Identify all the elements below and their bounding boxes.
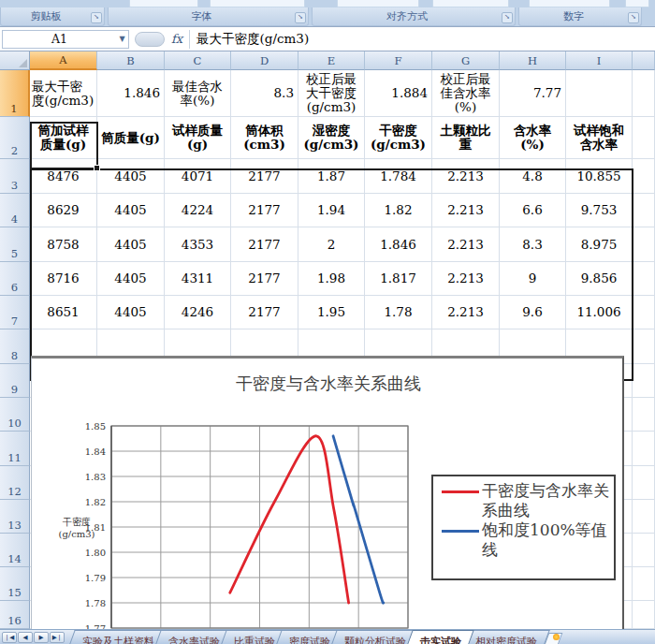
cell-J14[interactable] (633, 534, 655, 567)
cell-D4[interactable]: 2177 (231, 194, 298, 227)
cell-B6[interactable]: 4405 (97, 262, 165, 296)
column-header-I[interactable]: I (566, 51, 633, 70)
sheet-tab-实验及土样资料[interactable]: 实验及土样资料 (72, 630, 165, 644)
cell-J9[interactable] (633, 364, 655, 398)
row-header-9[interactable]: 9 (0, 364, 30, 398)
column-header-F[interactable]: F (365, 51, 432, 70)
cell-C7[interactable]: 4246 (165, 296, 231, 329)
select-all-corner[interactable] (0, 51, 30, 70)
column-header-A[interactable]: A (30, 51, 97, 70)
column-header-E[interactable]: E (298, 51, 365, 70)
cell-B1[interactable]: 1.846 (97, 70, 165, 117)
tab-scroll-next-button[interactable]: ▶ (34, 632, 49, 643)
chart-object[interactable]: 1.851.841.831.821.811.801.791.781.77干密度与… (31, 356, 624, 644)
cell-A6[interactable]: 8716 (30, 262, 97, 296)
column-header-partial[interactable] (633, 51, 655, 70)
cell-H2[interactable]: 含水率(%) (500, 117, 566, 159)
column-header-D[interactable]: D (231, 51, 298, 70)
cell-H1[interactable]: 7.77 (500, 70, 566, 117)
row-header-10[interactable]: 10 (0, 398, 30, 432)
row-header-12[interactable]: 12 (0, 466, 30, 500)
cell-H3[interactable]: 4.8 (500, 159, 566, 194)
sheet-tab-相对密度试验[interactable]: 相对密度试验 (465, 630, 547, 644)
row-header-16[interactable]: 16 (0, 601, 30, 629)
cell-B7[interactable]: 4405 (97, 296, 165, 329)
cell-D7[interactable]: 2177 (231, 296, 298, 329)
cell-I4[interactable]: 9.753 (566, 194, 633, 227)
cell-I5[interactable]: 8.975 (566, 227, 633, 262)
cell-E1[interactable]: 校正后最大干密度(g/cm3) (298, 70, 365, 117)
cell-F1[interactable]: 1.884 (365, 70, 432, 117)
cell-E7[interactable]: 1.95 (298, 296, 365, 329)
cell-J5[interactable] (633, 227, 655, 262)
cell-J3[interactable] (633, 159, 655, 194)
cell-A1[interactable]: 最大干密度(g/cm3) (30, 70, 97, 117)
cell-E6[interactable]: 1.98 (298, 262, 365, 296)
chart-legend[interactable]: 干密度与含水率关系曲线饱和度100%等值线 (431, 475, 616, 580)
cell-D6[interactable]: 2177 (231, 262, 298, 296)
row-header-3[interactable]: 3 (0, 159, 30, 194)
cell-E5[interactable]: 2 (298, 227, 365, 262)
cell-H7[interactable]: 9.6 (500, 296, 566, 329)
cell-J12[interactable] (633, 466, 655, 500)
cell-B3[interactable]: 4405 (97, 159, 165, 194)
cell-H5[interactable]: 8.3 (500, 227, 566, 262)
cell-G7[interactable]: 2.213 (432, 296, 500, 329)
formula-input[interactable]: 最大干密度(g/cm3) (190, 31, 655, 48)
cell-J2[interactable] (633, 117, 655, 159)
cell-I7[interactable]: 11.006 (566, 296, 633, 329)
cell-H4[interactable]: 6.6 (500, 194, 566, 227)
cell-I6[interactable]: 9.856 (566, 262, 633, 296)
cell-D1[interactable]: 8.3 (231, 70, 298, 117)
cell-A7[interactable]: 8651 (30, 296, 97, 329)
row-header-5[interactable]: 5 (0, 227, 30, 262)
cell-I2[interactable]: 试样饱和含水率 (566, 117, 633, 159)
cell-C4[interactable]: 4224 (165, 194, 231, 227)
row-header-7[interactable]: 7 (0, 296, 30, 329)
cell-J11[interactable] (633, 432, 655, 466)
cell-G5[interactable]: 2.213 (432, 227, 500, 262)
row-header-4[interactable]: 4 (0, 194, 30, 227)
cell-B5[interactable]: 4405 (97, 227, 165, 262)
cell-J16[interactable] (633, 601, 655, 629)
tab-scroll-first-button[interactable]: ❘◀ (2, 632, 17, 643)
cell-F3[interactable]: 1.784 (365, 159, 432, 194)
insert-function-button[interactable]: fx (165, 32, 189, 46)
cell-A3[interactable]: 8476 (30, 159, 97, 194)
row-header-1[interactable]: 1 (0, 70, 30, 117)
tab-scroll-last-button[interactable]: ▶❘ (50, 632, 65, 643)
cell-J1[interactable] (633, 70, 655, 117)
cell-F5[interactable]: 1.846 (365, 227, 432, 262)
cell-C1[interactable]: 最佳含水率(%) (165, 70, 231, 117)
cell-F4[interactable]: 1.82 (365, 194, 432, 227)
sheet-tab-击实试验[interactable]: 击实试验 (410, 630, 472, 644)
cell-D5[interactable]: 2177 (231, 227, 298, 262)
cell-F6[interactable]: 1.817 (365, 262, 432, 296)
cell-E2[interactable]: 湿密度(g/cm3) (298, 117, 365, 159)
cell-F7[interactable]: 1.78 (365, 296, 432, 329)
cell-C6[interactable]: 4311 (165, 262, 231, 296)
cell-G4[interactable]: 2.213 (432, 194, 500, 227)
row-header-8[interactable]: 8 (0, 329, 30, 364)
dialog-launcher-icon[interactable]: ↘ (91, 12, 102, 23)
cell-J7[interactable] (633, 296, 655, 329)
cell-D3[interactable]: 2177 (231, 159, 298, 194)
sheet-tab-含水率试验[interactable]: 含水率试验 (158, 630, 230, 644)
cell-F2[interactable]: 干密度(g/cm3) (365, 117, 432, 159)
cell-J4[interactable] (633, 194, 655, 227)
row-header-13[interactable]: 13 (0, 500, 30, 534)
cell-C5[interactable]: 4353 (165, 227, 231, 262)
cell-H6[interactable]: 9 (500, 262, 566, 296)
cell-A2[interactable]: 筒加试样质量(g) (30, 117, 97, 159)
row-header-15[interactable]: 15 (0, 567, 30, 601)
row-header-2[interactable]: 2 (0, 117, 30, 159)
column-header-G[interactable]: G (432, 51, 500, 70)
cell-G3[interactable]: 2.213 (432, 159, 500, 194)
sheet-tab-颗粒分析试验[interactable]: 颗粒分析试验 (334, 630, 416, 644)
cell-E3[interactable]: 1.87 (298, 159, 365, 194)
column-header-C[interactable]: C (165, 51, 231, 70)
cell-G6[interactable]: 2.213 (432, 262, 500, 296)
cell-G1[interactable]: 校正后最佳含水率(%) (432, 70, 500, 117)
row-header-14[interactable]: 14 (0, 534, 30, 567)
dialog-launcher-icon[interactable]: ↘ (628, 12, 639, 23)
